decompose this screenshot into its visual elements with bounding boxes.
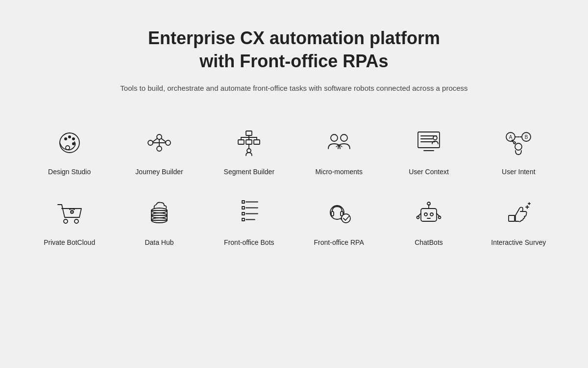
svg-point-61 [424, 213, 427, 216]
grid-item-data-hub[interactable]: Data Hub [114, 187, 204, 258]
subtitle: Tools to build, orchestrate and automate… [120, 84, 467, 92]
grid-item-frontoffice-rpa[interactable]: Front-office RPA [294, 187, 384, 258]
grid-item-segment-builder[interactable]: Segment Builder [204, 117, 294, 187]
svg-point-1 [64, 137, 67, 140]
grid-item-design-studio[interactable]: Design Studio [24, 117, 114, 187]
user-context-label: User Context [409, 168, 449, 176]
svg-text:B: B [525, 134, 528, 140]
svg-rect-17 [254, 140, 260, 144]
grid-item-frontoffice-bots[interactable]: Front-office Bots [204, 187, 294, 258]
svg-line-12 [161, 138, 166, 142]
svg-rect-48 [242, 201, 245, 203]
chatbots-label: ChatBots [415, 238, 443, 246]
svg-point-23 [341, 134, 347, 141]
user-intent-icon: A B [501, 126, 536, 160]
user-intent-label: User Intent [502, 168, 535, 176]
grid-item-user-context[interactable]: User Context [384, 117, 473, 187]
data-hub-label: Data Hub [145, 238, 173, 246]
svg-rect-52 [242, 212, 245, 215]
svg-point-39 [64, 219, 68, 223]
svg-point-69 [438, 216, 441, 218]
features-grid-row1: Design Studio Journey Builder [24, 117, 564, 187]
svg-point-5 [66, 146, 70, 150]
svg-rect-15 [238, 140, 244, 144]
svg-point-8 [166, 140, 171, 145]
svg-point-6 [148, 140, 153, 145]
main-title: Enterprise CX automation platform with F… [148, 27, 440, 73]
private-botcloud-label: Private BotCloud [44, 238, 95, 246]
micro-moments-icon [322, 126, 356, 160]
grid-item-user-intent[interactable]: A B User Intent [474, 117, 564, 187]
svg-point-2 [68, 135, 71, 138]
svg-point-37 [514, 142, 515, 144]
interactive-survey-label: Interactive Survey [491, 238, 546, 246]
svg-rect-72 [509, 215, 514, 221]
svg-point-20 [247, 149, 251, 153]
segment-builder-icon [232, 126, 266, 160]
data-hub-icon [142, 196, 176, 231]
chatbots-icon [412, 196, 446, 231]
frontoffice-bots-icon [232, 196, 266, 231]
svg-point-22 [331, 134, 338, 141]
svg-point-59 [342, 214, 350, 223]
svg-rect-57 [331, 211, 334, 216]
page: Enterprise CX automation platform with F… [0, 0, 588, 368]
private-botcloud-icon [52, 196, 87, 231]
features-grid-row2: Private BotCloud Data Hub [24, 187, 564, 258]
svg-rect-50 [242, 207, 245, 209]
svg-point-40 [74, 219, 78, 223]
design-studio-label: Design Studio [48, 168, 91, 176]
svg-rect-16 [246, 140, 252, 144]
grid-item-chatbots[interactable]: ChatBots [384, 187, 473, 258]
svg-point-3 [72, 137, 75, 140]
svg-point-9 [157, 146, 162, 151]
user-context-icon [412, 126, 446, 160]
svg-rect-60 [421, 209, 437, 221]
svg-rect-14 [246, 131, 252, 135]
svg-point-42 [71, 211, 72, 212]
svg-point-30 [433, 136, 437, 140]
grid-item-journey-builder[interactable]: Journey Builder [114, 117, 204, 187]
grid-item-interactive-survey[interactable]: Interactive Survey [474, 187, 564, 258]
design-studio-icon [52, 126, 87, 160]
svg-line-11 [153, 138, 157, 142]
svg-text:A: A [509, 134, 513, 140]
svg-point-31 [515, 143, 522, 150]
grid-item-micro-moments[interactable]: Micro-moments [294, 117, 384, 187]
frontoffice-rpa-icon [322, 196, 356, 231]
segment-builder-label: Segment Builder [224, 168, 275, 176]
svg-point-68 [416, 216, 419, 218]
frontoffice-rpa-label: Front-office RPA [314, 238, 364, 246]
grid-item-private-botcloud[interactable]: Private BotCloud [24, 187, 114, 258]
journey-builder-icon [142, 126, 176, 160]
svg-point-62 [430, 213, 433, 216]
svg-rect-54 [242, 218, 245, 221]
micro-moments-label: Micro-moments [315, 168, 362, 176]
frontoffice-bots-label: Front-office Bots [224, 238, 274, 246]
journey-builder-label: Journey Builder [135, 168, 183, 176]
svg-point-65 [427, 202, 430, 205]
interactive-survey-icon [501, 196, 536, 231]
